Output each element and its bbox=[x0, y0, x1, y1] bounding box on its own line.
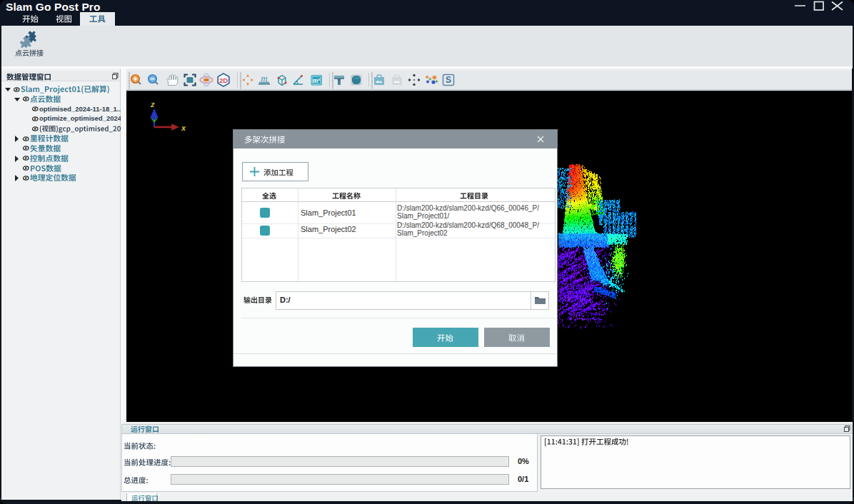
svg-text:m²: m² bbox=[313, 77, 321, 84]
svg-text:x: x bbox=[181, 124, 186, 132]
svg-text:m: m bbox=[261, 73, 267, 84]
svg-text:S: S bbox=[446, 75, 451, 85]
svg-text:z: z bbox=[150, 100, 155, 109]
svg-text:2D: 2D bbox=[219, 76, 228, 84]
